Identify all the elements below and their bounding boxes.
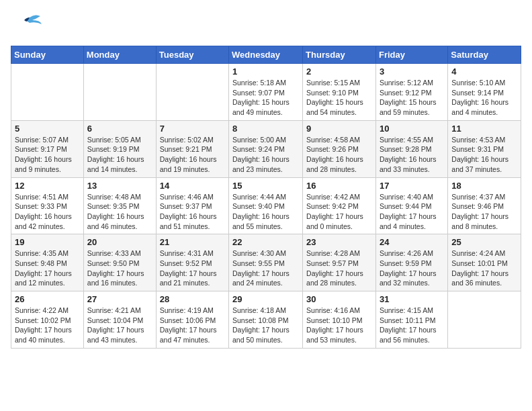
day-number: 11 (451, 124, 517, 134)
day-info: Sunrise: 4:28 AM Sunset: 9:57 PM Dayligh… (306, 248, 372, 288)
day-info: Sunrise: 4:21 AM Sunset: 10:04 PM Daylig… (87, 306, 152, 345)
day-number: 16 (306, 181, 372, 191)
week-row-3: 12Sunrise: 4:51 AM Sunset: 9:33 PM Dayli… (11, 177, 521, 234)
day-info: Sunrise: 4:58 AM Sunset: 9:26 PM Dayligh… (306, 135, 372, 175)
day-info: Sunrise: 4:53 AM Sunset: 9:31 PM Dayligh… (451, 135, 517, 175)
day-info: Sunrise: 5:07 AM Sunset: 9:17 PM Dayligh… (15, 135, 80, 175)
day-number: 21 (160, 237, 225, 247)
calendar-cell: 9Sunrise: 4:58 AM Sunset: 9:26 PM Daylig… (303, 120, 376, 177)
day-info: Sunrise: 5:15 AM Sunset: 9:10 PM Dayligh… (306, 78, 372, 118)
calendar-cell: 13Sunrise: 4:48 AM Sunset: 9:35 PM Dayli… (83, 177, 156, 234)
day-number: 2 (306, 66, 372, 77)
day-number: 13 (87, 181, 152, 191)
day-info: Sunrise: 5:10 AM Sunset: 9:14 PM Dayligh… (451, 78, 517, 118)
day-number: 28 (160, 294, 225, 304)
calendar-cell: 16Sunrise: 4:42 AM Sunset: 9:42 PM Dayli… (303, 177, 376, 234)
weekday-header-thursday: Thursday (303, 46, 376, 64)
day-number: 5 (15, 124, 80, 134)
calendar-cell: 10Sunrise: 4:55 AM Sunset: 9:28 PM Dayli… (375, 120, 447, 177)
calendar-cell: 1Sunrise: 5:18 AM Sunset: 9:07 PM Daylig… (229, 64, 303, 121)
day-number: 1 (232, 66, 299, 77)
calendar-cell: 14Sunrise: 4:46 AM Sunset: 9:37 PM Dayli… (156, 177, 228, 234)
day-number: 24 (380, 237, 444, 247)
calendar-cell (11, 64, 84, 121)
day-number: 27 (87, 294, 152, 304)
day-info: Sunrise: 4:44 AM Sunset: 9:40 PM Dayligh… (232, 192, 299, 232)
page-header (11, 11, 521, 38)
day-info: Sunrise: 4:33 AM Sunset: 9:50 PM Dayligh… (87, 248, 152, 288)
day-number: 31 (380, 294, 444, 304)
day-number: 26 (15, 294, 80, 304)
logo (11, 11, 46, 38)
calendar-cell: 27Sunrise: 4:21 AM Sunset: 10:04 PM Dayl… (83, 291, 156, 349)
day-info: Sunrise: 4:18 AM Sunset: 10:08 PM Daylig… (232, 306, 299, 345)
day-number: 9 (306, 124, 372, 134)
day-info: Sunrise: 4:46 AM Sunset: 9:37 PM Dayligh… (160, 192, 225, 232)
calendar-cell: 23Sunrise: 4:28 AM Sunset: 9:57 PM Dayli… (303, 234, 376, 291)
weekday-header-friday: Friday (375, 46, 447, 64)
week-row-2: 5Sunrise: 5:07 AM Sunset: 9:17 PM Daylig… (11, 120, 521, 177)
day-number: 29 (232, 294, 299, 304)
day-number: 25 (451, 237, 517, 247)
day-number: 30 (306, 294, 372, 304)
weekday-header-sunday: Sunday (11, 46, 84, 64)
day-number: 4 (451, 66, 517, 77)
day-info: Sunrise: 4:30 AM Sunset: 9:55 PM Dayligh… (232, 248, 299, 288)
day-info: Sunrise: 4:37 AM Sunset: 9:46 PM Dayligh… (451, 192, 517, 232)
day-info: Sunrise: 4:24 AM Sunset: 10:01 PM Daylig… (451, 248, 517, 288)
day-info: Sunrise: 4:40 AM Sunset: 9:44 PM Dayligh… (380, 192, 444, 232)
day-number: 15 (232, 181, 299, 191)
week-row-4: 19Sunrise: 4:35 AM Sunset: 9:48 PM Dayli… (11, 234, 521, 291)
day-info: Sunrise: 5:02 AM Sunset: 9:21 PM Dayligh… (160, 135, 225, 175)
calendar-table: SundayMondayTuesdayWednesdayThursdayFrid… (11, 46, 521, 349)
calendar-cell: 30Sunrise: 4:16 AM Sunset: 10:10 PM Dayl… (303, 291, 376, 349)
day-number: 23 (306, 237, 372, 247)
day-number: 7 (160, 124, 225, 134)
day-info: Sunrise: 4:22 AM Sunset: 10:02 PM Daylig… (15, 306, 80, 345)
week-row-1: 1Sunrise: 5:18 AM Sunset: 9:07 PM Daylig… (11, 64, 521, 121)
calendar-cell (448, 291, 521, 349)
weekday-header-row: SundayMondayTuesdayWednesdayThursdayFrid… (11, 46, 521, 64)
calendar-cell: 22Sunrise: 4:30 AM Sunset: 9:55 PM Dayli… (229, 234, 303, 291)
day-info: Sunrise: 4:31 AM Sunset: 9:52 PM Dayligh… (160, 248, 225, 288)
calendar-cell: 21Sunrise: 4:31 AM Sunset: 9:52 PM Dayli… (156, 234, 228, 291)
calendar-cell: 3Sunrise: 5:12 AM Sunset: 9:12 PM Daylig… (375, 64, 447, 121)
calendar-cell: 11Sunrise: 4:53 AM Sunset: 9:31 PM Dayli… (448, 120, 521, 177)
weekday-header-tuesday: Tuesday (156, 46, 228, 64)
day-number: 10 (380, 124, 444, 134)
calendar-cell: 5Sunrise: 5:07 AM Sunset: 9:17 PM Daylig… (11, 120, 84, 177)
day-number: 18 (451, 181, 517, 191)
day-number: 12 (15, 181, 80, 191)
calendar-cell: 4Sunrise: 5:10 AM Sunset: 9:14 PM Daylig… (448, 64, 521, 121)
calendar-cell: 18Sunrise: 4:37 AM Sunset: 9:46 PM Dayli… (448, 177, 521, 234)
weekday-header-wednesday: Wednesday (229, 46, 303, 64)
calendar-cell (83, 64, 156, 121)
day-info: Sunrise: 4:15 AM Sunset: 10:11 PM Daylig… (380, 306, 444, 345)
day-info: Sunrise: 5:12 AM Sunset: 9:12 PM Dayligh… (380, 78, 444, 118)
day-info: Sunrise: 4:35 AM Sunset: 9:48 PM Dayligh… (15, 248, 80, 288)
day-info: Sunrise: 4:48 AM Sunset: 9:35 PM Dayligh… (87, 192, 152, 232)
day-number: 17 (380, 181, 444, 191)
day-info: Sunrise: 5:18 AM Sunset: 9:07 PM Dayligh… (232, 78, 299, 118)
day-info: Sunrise: 4:26 AM Sunset: 9:59 PM Dayligh… (380, 248, 444, 288)
calendar-cell: 7Sunrise: 5:02 AM Sunset: 9:21 PM Daylig… (156, 120, 228, 177)
logo-icon (11, 11, 43, 38)
week-row-5: 26Sunrise: 4:22 AM Sunset: 10:02 PM Dayl… (11, 291, 521, 349)
day-number: 8 (232, 124, 299, 134)
calendar-cell: 2Sunrise: 5:15 AM Sunset: 9:10 PM Daylig… (303, 64, 376, 121)
calendar-cell: 25Sunrise: 4:24 AM Sunset: 10:01 PM Dayl… (448, 234, 521, 291)
calendar-cell: 15Sunrise: 4:44 AM Sunset: 9:40 PM Dayli… (229, 177, 303, 234)
day-info: Sunrise: 4:19 AM Sunset: 10:06 PM Daylig… (160, 306, 225, 345)
day-number: 22 (232, 237, 299, 247)
calendar-cell (156, 64, 228, 121)
day-number: 3 (380, 66, 444, 77)
calendar-cell: 19Sunrise: 4:35 AM Sunset: 9:48 PM Dayli… (11, 234, 84, 291)
day-number: 14 (160, 181, 225, 191)
day-info: Sunrise: 5:05 AM Sunset: 9:19 PM Dayligh… (87, 135, 152, 175)
calendar-cell: 12Sunrise: 4:51 AM Sunset: 9:33 PM Dayli… (11, 177, 84, 234)
calendar-cell: 8Sunrise: 5:00 AM Sunset: 9:24 PM Daylig… (229, 120, 303, 177)
calendar-cell: 26Sunrise: 4:22 AM Sunset: 10:02 PM Dayl… (11, 291, 84, 349)
day-number: 19 (15, 237, 80, 247)
calendar-cell: 6Sunrise: 5:05 AM Sunset: 9:19 PM Daylig… (83, 120, 156, 177)
calendar-cell: 17Sunrise: 4:40 AM Sunset: 9:44 PM Dayli… (375, 177, 447, 234)
